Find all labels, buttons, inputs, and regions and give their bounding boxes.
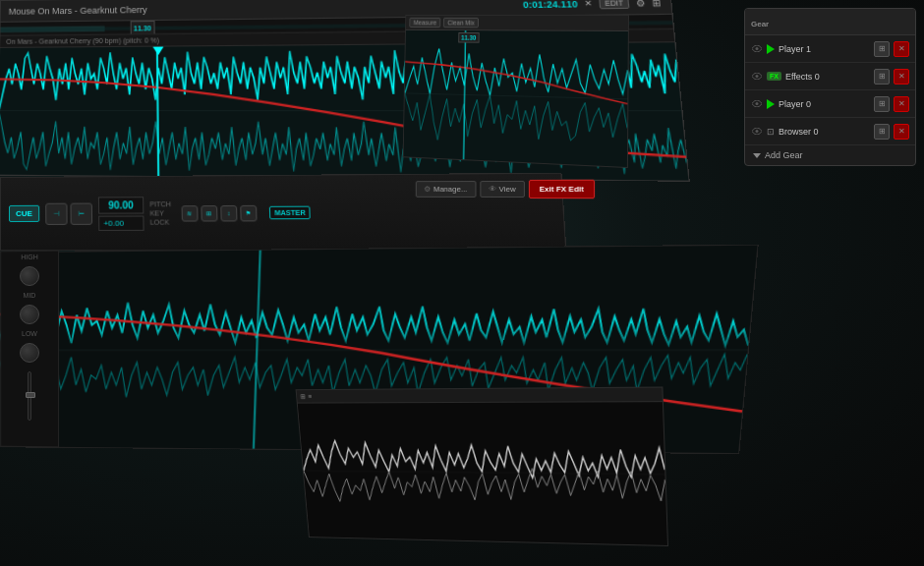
loop-out-button[interactable]: ⊢ xyxy=(70,202,92,224)
svg-point-18 xyxy=(756,75,759,78)
player1-close-button[interactable]: ✕ xyxy=(894,41,909,57)
gear-row-effects0[interactable]: FX Effects 0 ⊞ ✕ xyxy=(745,63,915,90)
effects0-label: Effects 0 xyxy=(785,72,870,82)
mini-deck-options-icon[interactable]: ≡ xyxy=(308,393,312,400)
eq-panel: HIGH MID LOW xyxy=(0,251,59,448)
cue-button[interactable]: CUE xyxy=(9,205,39,222)
add-gear-row[interactable]: Add Gear xyxy=(745,145,915,165)
browser0-config-button[interactable]: ⊞ xyxy=(874,124,890,140)
mid-waveform-area: 11.30 xyxy=(404,30,628,167)
wave-btn-1[interactable]: ≋ xyxy=(181,205,198,221)
exit-fx-button[interactable]: Exit FX Edit xyxy=(529,180,596,198)
player0-close-button[interactable]: ✕ xyxy=(894,96,909,112)
gear-panel-title: Gear xyxy=(751,20,769,28)
svg-point-20 xyxy=(756,130,759,133)
measure-tab[interactable]: Measure xyxy=(409,18,440,28)
settings-icon[interactable]: ⚙ xyxy=(635,0,645,8)
mini-deck-expand-icon[interactable]: ⊞ xyxy=(300,392,306,400)
svg-point-17 xyxy=(756,47,759,50)
svg-point-19 xyxy=(756,102,759,105)
wave-icon-2: ⊞ xyxy=(206,209,211,216)
player1-label: Player 1 xyxy=(779,44,870,54)
svg-rect-9 xyxy=(404,30,628,167)
browser0-close-button[interactable]: ✕ xyxy=(894,124,909,140)
close-icon: ✕ xyxy=(584,0,593,8)
eye-icon-browser0[interactable] xyxy=(751,126,763,138)
bpm-display: 90.00 xyxy=(98,197,144,213)
lock-label: LOCK xyxy=(150,219,172,226)
pitch-label: PITCH xyxy=(149,200,171,207)
clean-mix-tab[interactable]: Clean Mix xyxy=(443,18,479,28)
low-eq-label: LOW xyxy=(1,328,58,339)
view-button[interactable]: 👁 View xyxy=(480,181,525,198)
key-lock-section: PITCH KEY LOCK xyxy=(149,200,171,226)
edit-button[interactable]: EDIT xyxy=(599,0,629,9)
browser0-label: Browser 0 xyxy=(779,127,870,137)
gear-panel-header: Gear xyxy=(745,9,915,35)
effects0-config-button[interactable]: ⊞ xyxy=(874,69,890,85)
wave-btn-4[interactable]: ⚑ xyxy=(240,204,257,221)
track-info-text: On Mars - Gearknut Cherry (90 bpm) (pitc… xyxy=(6,36,159,45)
time-marker: 11.30 xyxy=(131,21,155,35)
add-gear-chevron-icon xyxy=(753,153,761,158)
track-title: Mouse On Mars - Gearknut Cherry xyxy=(9,0,517,16)
loop-in-icon: ⊣ xyxy=(53,209,59,217)
manage-label: Manage... xyxy=(433,185,467,194)
loop-out-icon: ⊢ xyxy=(79,209,85,217)
player0-label: Player 0 xyxy=(779,99,870,109)
player1-config-button[interactable]: ⊞ xyxy=(874,41,890,57)
player0-play-icon xyxy=(767,99,775,109)
gear-row-player0[interactable]: Player 0 ⊞ ✕ xyxy=(745,90,915,118)
expand-icon[interactable]: ⊞ xyxy=(652,0,662,8)
eye-icon-player0[interactable] xyxy=(751,98,763,110)
player1-play-icon xyxy=(767,44,775,54)
volume-fader-handle[interactable] xyxy=(26,392,35,398)
browser0-icon: ⊡ xyxy=(767,127,775,137)
wave-icon-3: ↕ xyxy=(227,210,230,216)
fx-toolbar: ⚙ Manage... 👁 View Exit FX Edit xyxy=(416,180,596,198)
low-eq-knob[interactable] xyxy=(20,343,39,363)
mid-wave-panel: Measure Clean Mix 11.30 xyxy=(403,15,629,168)
mid-eq-label: MID xyxy=(1,290,58,301)
effects0-close-button[interactable]: ✕ xyxy=(894,69,909,85)
gear-row-player1[interactable]: Player 1 ⊞ ✕ xyxy=(745,35,915,63)
add-gear-label: Add Gear xyxy=(765,150,803,160)
settings-small-icon: ⚙ xyxy=(424,185,431,194)
eye-icon-player1[interactable] xyxy=(751,43,763,55)
high-eq-knob[interactable] xyxy=(20,266,39,286)
loop-in-button[interactable]: ⊣ xyxy=(45,202,67,224)
waveform-buttons: ≋ ⊞ ↕ ⚑ xyxy=(181,204,257,221)
mini-deck-bar: ⊞ ≡ xyxy=(297,388,663,404)
player0-config-button[interactable]: ⊞ xyxy=(874,96,890,112)
panel-top-bar: Measure Clean Mix xyxy=(406,16,628,31)
mid-eq-knob[interactable] xyxy=(20,305,39,324)
timecode-display: 0:01:24.110 xyxy=(523,0,579,10)
wave-icon-4: ⚑ xyxy=(246,209,251,216)
bpm-section: 90.00 +0.00 xyxy=(98,197,144,231)
eye-icon-effects0[interactable] xyxy=(751,71,763,83)
wave-btn-2[interactable]: ⊞ xyxy=(201,205,217,222)
pitch-display: +0.00 xyxy=(98,215,144,230)
gear-panel: Gear Player 1 ⊞ ✕ FX Effects 0 ⊞ ✕ xyxy=(744,8,916,166)
volume-fader-area xyxy=(1,367,58,425)
volume-fader-track[interactable] xyxy=(28,371,31,421)
wave-icon-1: ≋ xyxy=(187,209,192,216)
wave-btn-3[interactable]: ↕ xyxy=(220,204,237,221)
fx-badge-effects0: FX xyxy=(767,72,781,81)
eye-small-icon: 👁 xyxy=(489,185,496,194)
loop-buttons: ⊣ ⊢ xyxy=(45,202,92,224)
mini-deck-panel: ⊞ ≡ xyxy=(296,387,668,546)
master-indicator: MASTER xyxy=(269,206,312,220)
high-eq-label: HIGH xyxy=(1,252,58,263)
view-label: View xyxy=(499,185,516,194)
key-label: KEY xyxy=(149,209,171,216)
manage-button[interactable]: ⚙ Manage... xyxy=(416,181,476,198)
time-marker-mid: 11.30 xyxy=(458,32,479,43)
gear-row-browser0[interactable]: ⊡ Browser 0 ⊞ ✕ xyxy=(745,118,915,145)
